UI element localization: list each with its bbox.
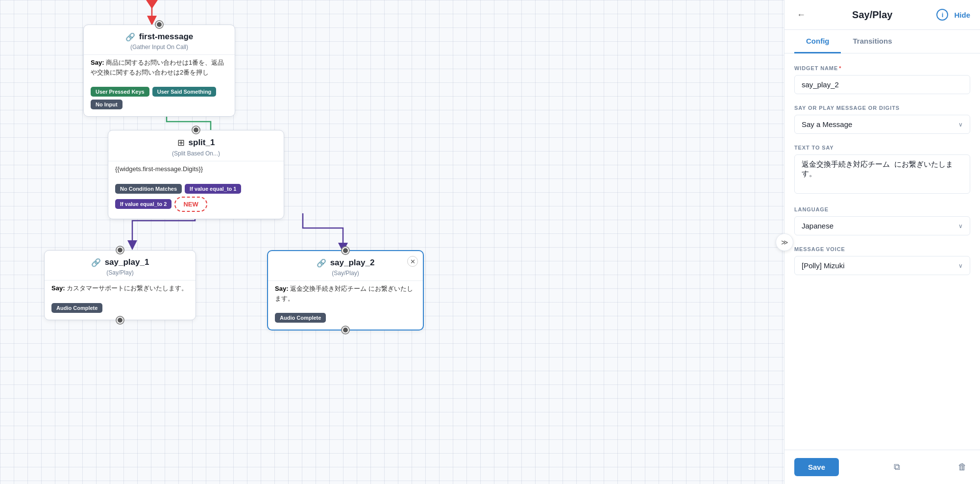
node-title: first-message [139, 32, 194, 42]
badge-no-input[interactable]: No Input [91, 100, 122, 109]
node-bottom-connector [117, 317, 123, 324]
badge-row: No Condition Matches If value equal_to 1… [108, 180, 284, 219]
say-play-select[interactable]: Say a Message ∨ [794, 115, 970, 134]
node-title: say_play_2 [330, 258, 375, 268]
node-top-connector [342, 247, 349, 254]
language-select[interactable]: Japanese ∨ [794, 216, 970, 235]
badge-user-pressed-keys[interactable]: User Pressed Keys [91, 87, 149, 97]
node-subtitle: (Gather Input On Call) [84, 44, 235, 54]
hide-button[interactable]: Hide [954, 11, 970, 19]
right-panel: ≫ ← Say/Play i Hide Config Transitions W… [784, 0, 980, 484]
badge-audio-complete-2[interactable]: Audio Complete [275, 313, 326, 323]
node-link-icon: 🔗 [91, 258, 101, 267]
say-play-field: SAY OR PLAY MESSAGE OR DIGITS Say a Mess… [794, 105, 970, 134]
node-title: split_1 [189, 138, 215, 148]
badge-row: User Pressed Keys User Said Something No… [84, 83, 235, 116]
node-body: Say: 返金交換手続き対応チーム にお繋ぎいたします。 [268, 280, 423, 309]
node-split-icon: ⊞ [177, 137, 185, 148]
tab-transitions[interactable]: Transitions [841, 30, 904, 53]
badge-no-condition[interactable]: No Condition Matches [115, 184, 182, 194]
tab-config[interactable]: Config [794, 30, 841, 53]
svg-marker-5 [146, 0, 158, 9]
panel-footer: Save ⧉ 🗑 [784, 450, 980, 484]
copy-button[interactable]: ⧉ [889, 459, 905, 475]
panel-header: ← Say/Play i Hide [784, 0, 980, 30]
message-voice-select[interactable]: [Polly] Mizuki ∨ [794, 256, 970, 275]
flow-canvas: 🔗 first-message (Gather Input On Call) S… [0, 0, 784, 484]
split-1-node[interactable]: ⊞ split_1 (Split Based On...) {{widgets.… [108, 130, 284, 219]
badge-new[interactable]: NEW [174, 197, 207, 212]
chevron-down-icon: ∨ [958, 223, 963, 229]
back-button[interactable]: ← [794, 8, 808, 22]
node-body: Say: 商品に関するお問い合わせは1番を、返品や交換に関するお問い合わせは2番… [84, 54, 235, 83]
node-link-icon: 🔗 [317, 258, 326, 268]
badge-equal-2[interactable]: If value equal_to 2 [115, 199, 172, 209]
language-field: LANGUAGE Japanese ∨ [794, 206, 970, 235]
save-button[interactable]: Save [794, 458, 839, 476]
node-close-button[interactable]: ✕ [407, 256, 418, 267]
say-play-1-node[interactable]: 🔗 say_play_1 (Say/Play) Say: カスタマーサポートにお… [44, 250, 196, 320]
badge-user-said-something[interactable]: User Said Something [152, 87, 217, 97]
badge-audio-complete-1[interactable]: Audio Complete [51, 303, 102, 313]
node-title: say_play_1 [105, 257, 149, 267]
message-voice-field: MESSAGE VOICE [Polly] Mizuki ∨ [794, 246, 970, 275]
node-top-connector [156, 21, 163, 28]
panel-tabs: Config Transitions [784, 30, 980, 53]
text-to-say-field: TEXT TO SAY 返金交換手続き対応チーム にお繋ぎいたします。 [794, 145, 970, 196]
node-body: Say: カスタマーサポートにお繋ぎいたします。 [45, 280, 196, 299]
node-subtitle: (Say/Play) [45, 269, 196, 280]
chevron-down-icon: ∨ [958, 262, 963, 269]
info-icon[interactable]: i [936, 9, 948, 21]
first-message-node[interactable]: 🔗 first-message (Gather Input On Call) S… [83, 25, 235, 117]
node-subtitle: (Split Based On...) [108, 150, 284, 161]
node-body: {{widgets.first-message.Digits}} [108, 161, 284, 180]
node-top-connector [193, 127, 199, 133]
chevron-down-icon: ∨ [958, 121, 963, 128]
collapse-panel-button[interactable]: ≫ [776, 233, 793, 251]
node-subtitle: (Say/Play) [268, 270, 423, 280]
widget-name-label: WIDGET NAME* [794, 65, 970, 71]
text-to-say-input[interactable]: 返金交換手続き対応チーム にお繋ぎいたします。 [794, 154, 970, 194]
panel-content: WIDGET NAME* SAY OR PLAY MESSAGE OR DIGI… [784, 53, 980, 450]
widget-name-field: WIDGET NAME* [794, 65, 970, 94]
node-link-icon: 🔗 [125, 32, 135, 42]
say-play-2-node[interactable]: ✕ 🔗 say_play_2 (Say/Play) Say: 返金交換手続き対応… [267, 250, 424, 331]
say-play-label: SAY OR PLAY MESSAGE OR DIGITS [794, 105, 970, 111]
panel-title: Say/Play [814, 9, 931, 21]
node-bottom-connector [342, 327, 349, 333]
delete-button[interactable]: 🗑 [955, 459, 970, 475]
widget-name-input[interactable] [794, 75, 970, 94]
badge-equal-1[interactable]: If value equal_to 1 [185, 184, 241, 194]
message-voice-label: MESSAGE VOICE [794, 246, 970, 252]
language-label: LANGUAGE [794, 206, 970, 212]
text-to-say-label: TEXT TO SAY [794, 145, 970, 151]
node-top-connector [117, 247, 123, 254]
